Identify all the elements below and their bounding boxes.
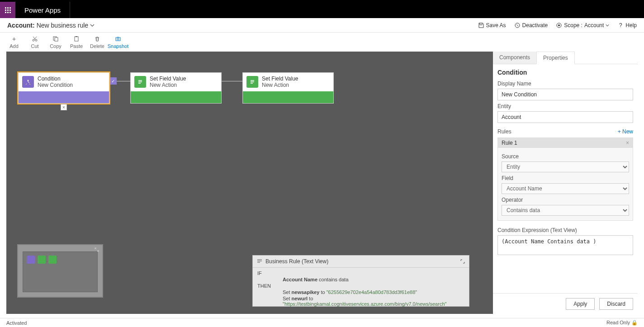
textview-icon	[256, 258, 263, 265]
properties-panel: Components Properties Condition Display …	[493, 52, 638, 314]
display-name-label: Display Name	[497, 81, 633, 87]
add-rule-button[interactable]: + New	[618, 128, 633, 135]
svg-point-15	[28, 80, 29, 81]
minimap-node	[27, 256, 35, 264]
close-icon: ×	[62, 105, 65, 110]
status-readonly: Read Only	[606, 320, 630, 325]
save-as-button[interactable]: Save As	[478, 22, 506, 28]
svg-point-11	[117, 38, 119, 40]
scope-icon	[556, 22, 562, 28]
node-title: Set Field Value	[150, 76, 186, 82]
status-bar: Activated Read Only 🔒	[0, 318, 644, 327]
condition-node[interactable]: Condition New Condition	[18, 72, 109, 104]
help-icon: ?	[617, 22, 624, 28]
toolbar: + Add Cut Copy Paste Delete Snapshot	[0, 33, 644, 52]
collapse-icon[interactable]	[460, 259, 465, 264]
cut-label: Cut	[31, 43, 38, 49]
field-label: Field	[502, 175, 629, 181]
expand-icon[interactable]	[94, 247, 99, 252]
operator-select[interactable]: Contains data	[502, 205, 629, 216]
apply-button[interactable]: Apply	[566, 298, 595, 310]
deactivate-label: Deactivate	[522, 22, 548, 28]
plus-icon: +	[12, 35, 16, 43]
connector: ✓	[109, 72, 130, 90]
node-title: Set Field Value	[262, 76, 298, 82]
discard-button[interactable]: Discard	[599, 298, 633, 310]
node-subtitle: New Action	[262, 82, 298, 88]
display-name-input[interactable]	[497, 89, 633, 100]
section-title: Condition	[497, 69, 633, 76]
paste-button[interactable]: Paste	[66, 35, 87, 49]
delete-button[interactable]: Delete	[87, 35, 108, 49]
camera-icon	[115, 35, 121, 43]
field-select[interactable]: Account Name	[502, 183, 629, 194]
breadcrumb-rule-name: New business rule	[37, 22, 88, 29]
lock-icon: 🔒	[631, 320, 638, 325]
snapshot-label: Snapshot	[108, 43, 128, 49]
entity-label: Entity	[497, 103, 633, 109]
textview-title: Business Rule (Text View)	[265, 258, 328, 265]
svg-rect-7	[55, 38, 58, 41]
copy-icon	[52, 35, 59, 43]
app-launcher-button[interactable]	[0, 2, 15, 18]
action-icon	[134, 76, 146, 88]
paste-icon	[73, 35, 80, 43]
minimap-node	[48, 256, 57, 264]
entity-input[interactable]	[497, 111, 633, 123]
add-button[interactable]: + Add	[4, 35, 24, 49]
node-subtitle: New Condition	[38, 82, 73, 88]
rule-block: Rule 1 × Source Entity Field Account Nam…	[497, 137, 633, 221]
close-icon[interactable]: ×	[626, 140, 629, 146]
check-icon: ✓	[109, 77, 117, 85]
svg-point-2	[558, 24, 560, 26]
breadcrumb[interactable]: Account: New business rule	[7, 22, 95, 29]
cut-button[interactable]: Cut	[24, 35, 45, 49]
chevron-down-icon	[606, 24, 609, 27]
waffle-icon	[5, 7, 11, 13]
operator-label: Operator	[502, 197, 629, 203]
status-activated: Activated	[6, 320, 27, 326]
scope-selector[interactable]: Scope : Account	[556, 22, 609, 28]
svg-text:?: ?	[619, 22, 622, 28]
minimap[interactable]	[17, 244, 103, 298]
deactivate-button[interactable]: Deactivate	[514, 22, 548, 28]
save-icon	[478, 22, 484, 28]
tab-properties[interactable]: Properties	[536, 52, 575, 64]
source-select[interactable]: Entity	[502, 161, 629, 172]
action-node[interactable]: Set Field Value New Action	[130, 72, 222, 104]
snapshot-button[interactable]: Snapshot	[108, 35, 128, 49]
tab-components[interactable]: Components	[493, 52, 536, 64]
delete-icon	[94, 35, 100, 43]
action-node[interactable]: Set Field Value New Action	[242, 72, 334, 104]
svg-rect-9	[76, 36, 77, 37]
if-keyword: IF	[257, 270, 283, 276]
help-label: Help	[625, 22, 637, 28]
cut-icon	[32, 35, 38, 43]
delete-label: Delete	[90, 43, 104, 49]
paste-label: Paste	[70, 43, 83, 49]
condition-icon	[22, 76, 34, 88]
app-name: Power Apps	[15, 2, 70, 18]
node-subtitle: New Action	[150, 82, 186, 88]
help-button[interactable]: ? Help	[617, 22, 637, 28]
rule-title: Rule 1	[502, 140, 517, 146]
breadcrumb-entity: Account:	[7, 22, 35, 29]
minimap-node	[38, 256, 46, 264]
set-value-1: "6255629e702e4a54a80d783dd3f61e88"	[327, 289, 417, 295]
business-rule-textview: Business Rule (Text View) IF Account Nam…	[252, 255, 469, 307]
expression-label: Condition Expression (Text View)	[497, 227, 633, 233]
copy-label: Copy	[50, 43, 62, 49]
save-as-label: Save As	[486, 22, 506, 28]
add-false-branch-button[interactable]: ×	[61, 104, 67, 110]
rules-label: Rules	[497, 128, 511, 135]
breadcrumb-bar: Account: New business rule Save As Deact…	[0, 18, 644, 33]
then-keyword: THEN	[257, 283, 283, 289]
source-label: Source	[502, 153, 629, 160]
title-bar: Power Apps	[0, 2, 644, 18]
scope-label: Scope :	[564, 22, 582, 28]
set-field-1: newsapikey	[292, 289, 320, 295]
set-field-2: newurl	[292, 296, 308, 301]
copy-button[interactable]: Copy	[45, 35, 66, 49]
cond-field: Account Name	[283, 277, 317, 282]
cond-rest: contains data	[317, 277, 349, 282]
